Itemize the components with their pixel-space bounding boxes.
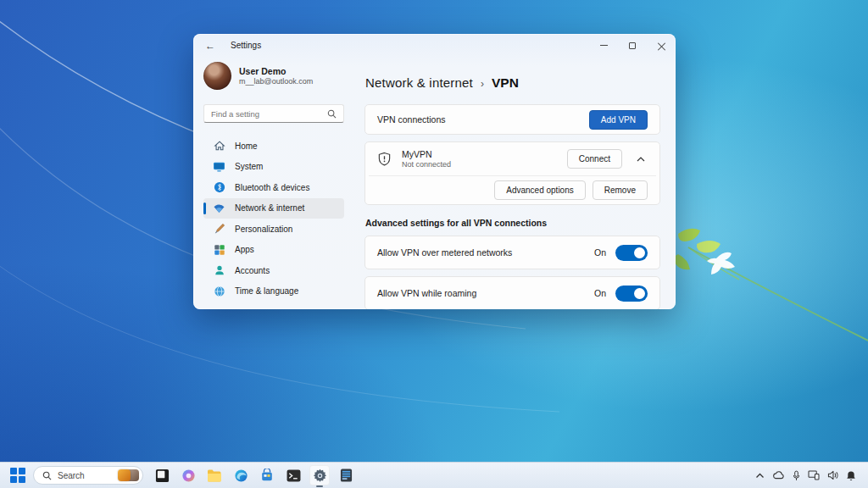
settings-window: ← Settings User Demo m__lab@outlook.com xyxy=(193,34,676,309)
sidebar-item-label: System xyxy=(235,162,263,171)
microsoft-store-button[interactable] xyxy=(257,465,277,485)
metered-networks-label: Allow VPN over metered networks xyxy=(377,247,512,258)
taskbar-search-placeholder: Search xyxy=(58,471,118,480)
notifications-bell-icon[interactable] xyxy=(846,470,856,481)
vpn-shield-icon xyxy=(377,152,392,166)
sidebar-item-apps[interactable]: Apps xyxy=(203,240,344,260)
vpn-connections-label: VPN connections xyxy=(377,114,446,125)
roaming-state: On xyxy=(594,288,606,298)
home-icon xyxy=(213,140,225,152)
breadcrumb-parent[interactable]: Network & internet xyxy=(365,75,473,90)
time-language-icon xyxy=(213,285,225,297)
file-explorer-button[interactable] xyxy=(204,465,225,485)
avatar xyxy=(203,62,231,90)
roaming-toggle[interactable] xyxy=(615,286,648,302)
advanced-options-button[interactable]: Advanced options xyxy=(494,180,586,200)
minimize-button[interactable] xyxy=(589,34,618,57)
toggle-knob xyxy=(634,288,645,299)
start-logo-pane xyxy=(19,468,25,474)
sidebar-item-time-language[interactable]: Time & language xyxy=(203,281,344,302)
system-icon xyxy=(213,160,225,173)
chevron-up-icon[interactable] xyxy=(634,157,648,162)
sidebar-item-label: Time & language xyxy=(235,286,298,296)
settings-search-box[interactable] xyxy=(203,104,344,123)
task-list-app-button[interactable] xyxy=(336,465,356,485)
metered-networks-toggle[interactable] xyxy=(615,245,648,261)
vpn-entry-actions: Advanced options Remove xyxy=(365,176,659,204)
roaming-row: Allow VPN while roaming On xyxy=(364,276,660,309)
roaming-label: Allow VPN while roaming xyxy=(377,288,476,298)
maximize-icon xyxy=(629,42,636,49)
sidebar-item-label: Personalization xyxy=(235,225,292,234)
settings-search-input[interactable] xyxy=(211,109,327,119)
metered-networks-state: On xyxy=(594,247,606,258)
connect-button[interactable]: Connect xyxy=(567,149,622,169)
sidebar-item-label: Home xyxy=(235,141,258,151)
personalization-icon xyxy=(213,223,225,236)
user-name: User Demo xyxy=(239,66,313,76)
user-email: m__lab@outlook.com xyxy=(239,77,313,86)
apps-icon xyxy=(213,243,225,256)
volume-icon[interactable] xyxy=(827,470,838,480)
sidebar-item-network-internet[interactable]: Network & internet xyxy=(203,198,344,219)
sidebar-item-label: Accounts xyxy=(235,266,270,275)
sidebar: User Demo m__lab@outlook.com Home xyxy=(193,57,353,309)
close-button[interactable] xyxy=(647,34,676,57)
window-title: Settings xyxy=(231,41,261,50)
add-vpn-button[interactable]: Add VPN xyxy=(589,110,648,130)
vpn-name: MyVPN xyxy=(402,149,451,159)
vpn-status: Not connected xyxy=(402,160,451,169)
taskbar-search-box[interactable]: Search xyxy=(33,466,143,485)
close-icon xyxy=(658,42,665,49)
titlebar[interactable]: ← Settings xyxy=(193,34,676,57)
terminal-button[interactable] xyxy=(283,465,303,485)
user-profile[interactable]: User Demo m__lab@outlook.com xyxy=(203,62,344,90)
settings-app-button[interactable] xyxy=(309,465,330,485)
sidebar-item-personalization[interactable]: Personalization xyxy=(203,219,344,239)
back-arrow-icon[interactable]: ← xyxy=(205,40,224,52)
network-icon xyxy=(213,202,225,214)
edge-button[interactable] xyxy=(231,465,251,485)
start-logo-pane xyxy=(10,476,17,483)
vpn-entry-card: MyVPN Not connected Connect Advanced opt… xyxy=(364,141,660,205)
sidebar-nav: Home System Bluetooth & devices xyxy=(203,136,344,302)
search-icon xyxy=(42,471,52,480)
sidebar-item-label: Bluetooth & devices xyxy=(235,183,309,192)
sidebar-item-label: Network & internet xyxy=(235,203,304,213)
minimize-icon xyxy=(600,45,608,46)
breadcrumb-separator: › xyxy=(481,78,484,90)
sidebar-item-label: Apps xyxy=(235,245,254,254)
accounts-icon xyxy=(213,264,225,277)
bluetooth-icon xyxy=(213,181,225,194)
page-title: VPN xyxy=(492,75,519,91)
sidebar-item-system[interactable]: System xyxy=(203,157,344,177)
tray-chevron-up-icon[interactable] xyxy=(755,473,765,479)
search-icon xyxy=(327,109,337,119)
taskbar: Search xyxy=(0,462,868,488)
system-tray xyxy=(755,470,860,481)
copilot-button[interactable] xyxy=(178,465,198,485)
breadcrumb: Network & internet › VPN xyxy=(365,75,660,91)
start-button[interactable] xyxy=(10,468,26,484)
remove-button[interactable]: Remove xyxy=(593,180,648,200)
sidebar-item-accounts[interactable]: Accounts xyxy=(203,260,344,280)
search-highlight-image[interactable] xyxy=(118,469,131,481)
vpn-entry-row[interactable]: MyVPN Not connected Connect xyxy=(365,142,659,175)
sidebar-item-bluetooth-devices[interactable]: Bluetooth & devices xyxy=(203,177,344,197)
metered-networks-row: Allow VPN over metered networks On xyxy=(364,236,660,269)
sidebar-item-home[interactable]: Home xyxy=(203,136,344,156)
cast-screen-icon[interactable] xyxy=(808,470,820,480)
taskbar-apps xyxy=(152,465,356,485)
microphone-icon[interactable] xyxy=(793,470,800,481)
main-content: Network & internet › VPN VPN connections… xyxy=(353,57,676,309)
vpn-connections-row: VPN connections Add VPN xyxy=(364,104,660,135)
onedrive-icon[interactable] xyxy=(772,471,785,480)
advanced-settings-heading: Advanced settings for all VPN connection… xyxy=(365,218,660,228)
branch-art xyxy=(674,229,868,347)
task-view-button[interactable] xyxy=(152,465,172,485)
toggle-knob xyxy=(634,247,645,258)
start-logo-pane xyxy=(19,476,25,483)
maximize-button[interactable] xyxy=(618,34,647,57)
start-logo-pane xyxy=(10,468,17,474)
